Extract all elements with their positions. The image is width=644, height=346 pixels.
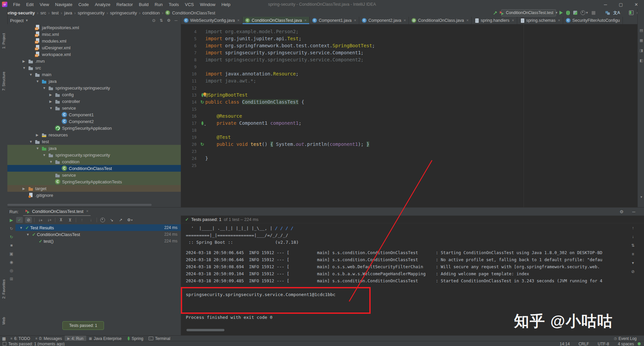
toolwindow-button-terminal[interactable]: >_Terminal [146,336,173,341]
editor-tab[interactable]: ConditionOnClassTest.java× [243,17,310,24]
tree-item[interactable]: ▶.mvn [7,58,181,64]
presentation-button[interactable] [629,9,634,17]
chevron-open-icon[interactable]: ▼ [25,233,31,236]
tree-item[interactable]: ▶config [7,91,181,98]
tree-item[interactable]: ▼springsecurity.springsecurity [7,84,181,91]
chevron-closed-icon[interactable]: ▶ [49,93,55,97]
editor-tab[interactable]: spring.schemas× [517,17,564,24]
tree-item[interactable]: ▼src [7,64,181,71]
run-gutter-icon[interactable] [199,142,205,147]
chevron-open-icon[interactable]: ▼ [29,140,35,143]
test-settings-gear-icon[interactable]: ⚙▾ [126,217,133,223]
tab-close-icon[interactable]: × [466,18,469,23]
expand-all-icon[interactable]: ⊼ [58,217,64,223]
translate-button[interactable]: 文A [613,9,620,17]
menu-analyze[interactable]: Analyze [92,0,113,9]
menu-refactor[interactable]: Refactor [113,0,136,9]
database-tool-icon[interactable]: ◨ [638,48,644,53]
tool-stripe-project[interactable]: 1: Project [2,25,6,57]
hide-panel-icon[interactable]: ─ [174,18,177,23]
tree-item[interactable]: ▶controller [7,98,181,105]
tree-item[interactable]: ▼java [7,78,181,84]
bean-tool-icon[interactable]: ◧ [638,58,644,63]
toolwindow-button-run[interactable]: ▶4: Run [65,336,86,341]
menu-window[interactable]: Window [197,0,218,9]
close-button[interactable]: ✕ [629,0,644,9]
tree-item[interactable]: .gitignore [7,192,181,198]
tree-item[interactable]: ▼condition [7,158,181,165]
chevron-open-icon[interactable]: ▼ [43,86,48,90]
run-settings-gear-icon[interactable]: ⚙ [620,209,624,214]
menu-code[interactable]: Code [75,0,92,9]
maximize-button[interactable]: ▢ [613,0,629,9]
tree-item[interactable]: workspace.xml [7,51,181,58]
chevron-closed-icon[interactable]: ▶ [22,187,28,190]
code-editor[interactable]: 4import org.example.model.Person2;5impor… [181,24,638,207]
menu-vcs[interactable]: VCS [182,0,197,9]
open-settings-arrow-icon[interactable] [493,9,498,17]
layout-windows-button[interactable] [605,9,610,17]
tab-close-icon[interactable]: × [237,18,239,23]
gear-icon[interactable]: ⚙ [167,18,171,23]
intention-bulb-icon[interactable] [203,93,206,96]
coverage-button[interactable] [573,9,577,17]
tab-close-icon[interactable]: × [304,18,307,23]
chevron-open-icon[interactable]: ▼ [49,160,55,164]
tree-item[interactable]: ConditionOnClassTest [7,165,181,172]
run-tab[interactable]: ConditionOnClassTest.test × [23,207,90,216]
breadcrumb-item[interactable]: springsecurity [110,10,137,15]
tree-item[interactable]: service [7,172,181,178]
scroll-to-bottom-icon[interactable]: ↓ [631,234,635,239]
breadcrumb-item[interactable]: java [64,10,72,15]
tree-item[interactable]: ▼test [7,138,181,145]
chevron-open-icon[interactable]: ▼ [43,153,48,157]
menu-file[interactable]: File [10,0,23,9]
breadcrumb-item[interactable]: ConditionOnClassTest [172,10,215,15]
tool-stripe-structure[interactable]: 7: Structure [2,65,6,97]
tree-item[interactable]: ▶resources [7,131,181,138]
test-tree-item[interactable]: ▼✓Test Results224 ms [15,224,181,231]
chevron-closed-icon[interactable]: ▶ [22,59,28,63]
scroll-to-end-icon[interactable]: ≡ [631,252,635,256]
profiler-button[interactable]: ▼ [581,9,588,17]
indent-widget[interactable]: 4 spaces [618,342,634,346]
chevron-open-icon[interactable]: ▼ [18,226,24,230]
menu-help[interactable]: Help [218,0,233,9]
run-tab-close-icon[interactable]: × [86,209,89,214]
tab-close-icon[interactable]: × [404,18,406,23]
chevron-open-icon[interactable]: ▼ [22,66,28,70]
tree-item[interactable]: jarRepositories.xml [7,24,181,31]
menu-build[interactable]: Build [136,0,152,9]
toolwindow-button-spring[interactable]: Spring [124,336,146,341]
locate-file-icon[interactable]: ⊙ [152,18,156,23]
run-button[interactable] [559,9,563,17]
soft-wrap-icon[interactable]: ⇅ [631,243,635,248]
scroll-to-top-icon[interactable]: ↑ [631,226,635,230]
run-gutter-icon[interactable] [199,100,205,105]
tool-stripe-web[interactable]: Web [2,305,6,337]
memory-snapshot-icon[interactable]: ◎ [10,268,13,273]
maven-tool-icon[interactable]: ▤ [638,28,644,33]
menu-tools[interactable]: Tools [166,0,182,9]
dump-threads-icon[interactable]: ▣ [9,251,13,256]
chevron-open-icon[interactable]: ▼ [36,147,42,150]
sort-alphabetically-icon[interactable]: ↓a [37,217,44,223]
test-tree-item[interactable]: ▼✓ConditionOnClassTest224 ms [15,231,181,238]
menu-view[interactable]: View [37,0,52,9]
clear-all-icon[interactable]: ⊘ [631,269,635,274]
export-tests-icon[interactable]: ↗ [117,217,124,223]
chevron-open-icon[interactable]: ▼ [29,73,35,76]
breadcrumb-item[interactable]: spring-security [3,10,35,15]
tool-windows-quick-icon[interactable]: ▦ [0,336,8,341]
tree-item[interactable]: modules.xml [7,38,181,44]
breadcrumb-item[interactable]: src [40,10,46,15]
gradle-tool-icon[interactable]: ▦ [638,38,644,43]
tool-stripe-favorites[interactable]: 2: Favorites [2,273,6,305]
line-separator-widget[interactable]: CRLF [579,342,589,346]
collapse-all-icon[interactable]: ⊻ [67,217,73,223]
import-tests-icon[interactable]: ↘ [108,217,115,223]
rerun-failed-icon[interactable]: ↻ [10,226,13,231]
menu-edit[interactable]: Edit [23,0,37,9]
tab-close-icon[interactable]: × [558,18,560,23]
tree-item[interactable]: ▼java [7,145,181,152]
